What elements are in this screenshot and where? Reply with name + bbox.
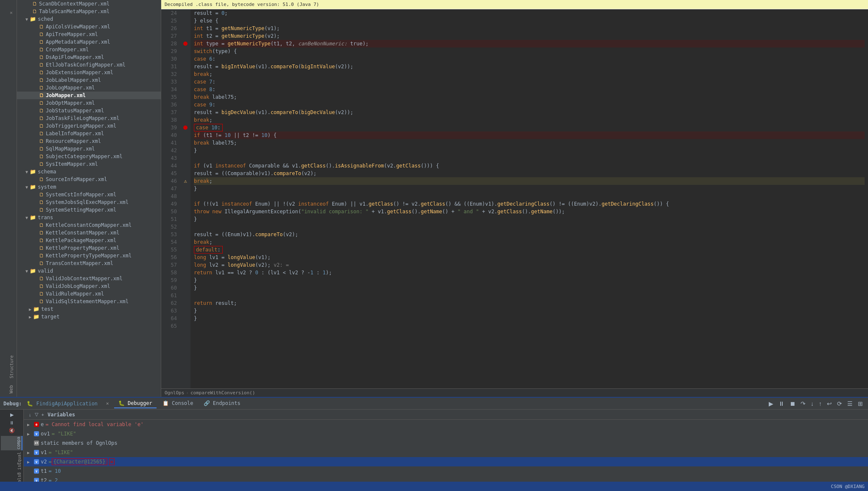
tree-item-labelinfo[interactable]: 🗋 LabelInfoMapper.xml [17,130,161,137]
code-line-35[interactable]: break label75; [194,93,865,101]
code-line-48[interactable] [194,192,865,200]
sidebar-tab-ming[interactable]: 明 [0,0,17,7]
code-line-57[interactable]: long lv2 = longValue(v2); v2: = [194,261,865,269]
code-line-41[interactable]: break label75; [194,139,865,147]
gutter-cell-28[interactable] [180,40,190,47]
gutter-cell-24[interactable] [180,9,190,17]
debug-pause-btn[interactable]: ⏸ [777,399,786,408]
debug-tab-debugger[interactable]: 🐛 Debugger [114,399,157,408]
gutter-cell-34[interactable] [180,86,190,93]
tree-item-sourceinfo[interactable]: 🗋 SourceInfoMapper.xml [17,176,161,183]
gutter-cell-39[interactable] [180,124,190,131]
tree-item-syscst[interactable]: 🗋 SystemCstInfoMapper.xml [17,191,161,198]
gutter-cell-25[interactable] [180,17,190,25]
code-line-27[interactable]: int t2 = getNumericType(v2); [194,32,865,40]
debug-stepover-btn[interactable]: ↷ [799,399,807,408]
code-line-46[interactable]: break; [194,177,865,185]
var-row-t1[interactable]: v t1 = 10 [24,466,868,476]
gutter-cell-29[interactable] [180,47,190,55]
code-line-55[interactable]: default: [194,246,865,254]
var-row-v1[interactable]: ▶ v v1 = "LIKE" [24,448,868,457]
code-line-44[interactable]: if (v1 instanceof Comparable && v1.getCl… [194,162,865,170]
code-line-42[interactable]: } [194,147,865,154]
var-add-btn[interactable]: ↓ [27,411,33,418]
tree-item-jobtrigger[interactable]: 🗋 JobTriggerLogMapper.xml [17,122,161,130]
tree-item-validsql[interactable]: 🗋 ValidSqlStatementMapper.xml [17,298,161,305]
side-tab-equals8[interactable]: equals8 [1,471,22,482]
code-line-26[interactable]: int t1 = getNumericType(v1); [194,25,865,32]
tree-folder-trans[interactable]: ▼ 📁 trans [17,214,161,221]
var-row-e[interactable]: ▶ e e = Cannot find local variable 'e' [24,420,868,429]
tree-item-jobext[interactable]: 🗋 JobExtensionMapper.xml [17,69,161,76]
tree-item-subjectcat[interactable]: 🗋 SubjectCategoryMapper.xml [17,153,161,160]
gutter-cell-53[interactable] [180,231,190,238]
debug-stepinto-btn[interactable]: ↓ [809,399,815,408]
debug-runtocrsr-btn[interactable]: ↩ [825,399,834,408]
tree-item-jobmapper[interactable]: 🗋 JobMapper.xml [17,92,161,99]
gutter-cell-55[interactable] [180,246,190,254]
gutter-cell-43[interactable] [180,154,190,162]
code-line-60[interactable]: } [194,284,865,292]
tree-item-jobopt[interactable]: 🗋 JobOptMapper.xml [17,99,161,107]
tree-item-validjoblog[interactable]: 🗋 ValidJobLogMapper.xml [17,282,161,290]
tree-item-kettleprop[interactable]: 🗋 KettlePropertyMapper.xml [17,244,161,252]
code-line-52[interactable] [194,223,865,231]
gutter-cell-31[interactable] [180,63,190,70]
gutter-cell-30[interactable] [180,55,190,63]
tree-item-scandbc[interactable]: 🗋 ScanDbContextMapper.xml [17,0,161,8]
code-line-32[interactable]: break; [194,70,865,78]
gutter-cell-48[interactable] [180,192,190,200]
gutter-cell-51[interactable] [180,215,190,223]
tree-item-syssetting[interactable]: 🗋 SystemSettingMapper.xml [17,206,161,214]
gutter-cell-49[interactable] [180,200,190,208]
tree-item-cron[interactable]: 🗋 CronMapper.xml [17,46,161,53]
var-row-static[interactable]: st static members of OgnlOps [24,438,868,448]
sidebar-tab-x[interactable]: ✕ [0,7,17,19]
tree-item-kettlecc[interactable]: 🗋 KettleConstantCompMapper.xml [17,221,161,229]
code-line-33[interactable]: case 7: [194,78,865,86]
var-row-t2[interactable]: v t2 = 2 [24,476,868,482]
gutter-cell-50[interactable] [180,208,190,215]
code-line-65[interactable] [194,322,865,330]
code-line-64[interactable]: } [194,315,865,322]
tree-item-jobstatus[interactable]: 🗋 JobStatusMapper.xml [17,107,161,114]
tree-folder-valid[interactable]: ▼ 📁 valid [17,267,161,275]
code-line-58[interactable]: return lv1 == lv2 ? 0 : (lv1 < lv2 ? -1 … [194,269,865,276]
debug-settings-btn[interactable]: ☰ [846,399,854,408]
code-line-63[interactable]: } [194,307,865,315]
gutter-cell-58[interactable] [180,269,190,276]
tree-folder-sched[interactable]: ▼ 📁 sched [17,15,161,23]
gutter-cell-52[interactable] [180,223,190,231]
tree-item-joblog[interactable]: 🗋 JobLogMapper.xml [17,84,161,92]
tree-item-kettlec[interactable]: 🗋 KettleConstantMapper.xml [17,229,161,237]
gutter-cell-35[interactable] [180,93,190,101]
gutter-cell-54[interactable] [180,238,190,246]
var-row-v2[interactable]: ▶ v v2 = {Character@12565} ≡ [24,457,868,466]
tree-item-transctx[interactable]: 🗋 TransContextMapper.xml [17,259,161,267]
gutter-cell-42[interactable] [180,147,190,154]
tree-item-tablescan[interactable]: 🗋 TableScanMetaMapper.xml [17,8,161,15]
code-line-59[interactable]: } [194,276,865,284]
code-lines[interactable]: result = 0; } else { int t1 = getNumeric… [190,9,868,388]
debug-close-icon[interactable]: ✕ [106,401,109,406]
debug-tab-endpoints[interactable]: 🔗 Endpoints [199,399,245,408]
code-line-24[interactable]: result = 0; [194,9,865,17]
gutter-cell-44[interactable] [180,162,190,170]
code-line-28[interactable]: int type = getNumericType(t1, t2, canBeN… [194,40,865,47]
tree-folder-schema[interactable]: ▼ 📁 schema [17,168,161,176]
gutter-cell-32[interactable] [180,70,190,78]
code-line-25[interactable]: } else { [194,17,865,25]
code-line-47[interactable]: } [194,185,865,192]
code-line-53[interactable]: result = ((Enum)v1).compareTo(v2); [194,231,865,238]
gutter-cell-56[interactable] [180,254,190,261]
var-filter-btn[interactable]: ▽ [33,411,40,418]
sidebar-tab-structure[interactable]: Structure [0,352,17,382]
debug-app-label[interactable]: 🐛 FindigApiApplication [27,401,98,407]
gutter-cell-63[interactable] [180,307,190,315]
tree-item-appmeta[interactable]: 🗋 AppMetadataMapper.xml [17,38,161,46]
gutter-cell-65[interactable] [180,322,190,330]
code-line-31[interactable]: result = bigIntValue(v1).compareTo(bigIn… [194,63,865,70]
tree-item-sysjobs[interactable]: 🗋 SystemJobsSqlExecMapper.xml [17,198,161,206]
code-line-50[interactable]: throw new IllegalArgumentException("inva… [194,208,865,215]
debug-mute-btn[interactable]: 🔇 [1,427,22,434]
